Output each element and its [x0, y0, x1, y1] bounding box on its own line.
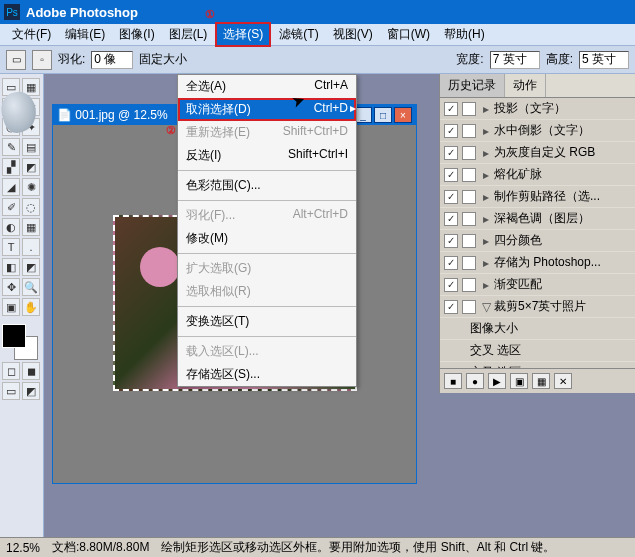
tab-history[interactable]: 历史记录	[440, 74, 505, 97]
history-row-3[interactable]: ✓▸熔化矿脉	[440, 164, 635, 186]
menu-7[interactable]: 窗口(W)	[381, 24, 436, 45]
history-row-2[interactable]: ✓▸为灰度自定义 RGB	[440, 142, 635, 164]
history-row-6[interactable]: ✓▸四分颜色	[440, 230, 635, 252]
history-row-10[interactable]: 图像大小	[440, 318, 635, 340]
toggle-icon[interactable]	[462, 146, 476, 160]
history-row-0[interactable]: ✓▸投影（文字）	[440, 98, 635, 120]
menu-1[interactable]: 编辑(E)	[59, 24, 111, 45]
mode-button[interactable]: ▫	[32, 50, 52, 70]
toggle-icon[interactable]	[462, 234, 476, 248]
menu-2[interactable]: 图像(I)	[113, 24, 160, 45]
menu-item-8[interactable]: 修改(M)	[178, 227, 356, 250]
check-icon[interactable]: ✓	[444, 190, 458, 204]
menu-item-3[interactable]: 反选(I)Shift+Ctrl+I	[178, 144, 356, 167]
check-icon[interactable]: ✓	[444, 300, 458, 314]
tool-l-8[interactable]: T	[2, 238, 20, 256]
toggle-icon[interactable]	[462, 190, 476, 204]
tool-l-5[interactable]: ◢	[2, 178, 20, 196]
tool-l-4[interactable]: ▞	[2, 158, 20, 176]
tool-r-6[interactable]: ◌	[22, 198, 40, 216]
menu-0[interactable]: 文件(F)	[6, 24, 57, 45]
check-icon[interactable]: ✓	[444, 234, 458, 248]
check-icon[interactable]: ✓	[444, 146, 458, 160]
tool-r-5[interactable]: ✺	[22, 178, 40, 196]
panel-btn-1[interactable]: ●	[466, 373, 484, 389]
panel-btn-4[interactable]: ▦	[532, 373, 550, 389]
tool-preset-button[interactable]: ▭	[6, 50, 26, 70]
menu-item-16[interactable]: 存储选区(S)...	[178, 363, 356, 386]
check-icon[interactable]: ✓	[444, 278, 458, 292]
tool-r-3[interactable]: ▤	[22, 138, 40, 156]
tool-b-2[interactable]: ▭	[2, 382, 20, 400]
feather-input[interactable]	[91, 51, 133, 69]
tool-l-6[interactable]: ✐	[2, 198, 20, 216]
history-label: 制作剪贴路径（选...	[494, 188, 600, 205]
tool-l-7[interactable]: ◐	[2, 218, 20, 236]
toggle-icon[interactable]	[462, 168, 476, 182]
check-icon[interactable]: ✓	[444, 256, 458, 270]
tool-r-9[interactable]: ◩	[22, 258, 40, 276]
expand-icon[interactable]: ▸	[480, 168, 492, 182]
history-row-7[interactable]: ✓▸存储为 Photoshop...	[440, 252, 635, 274]
expand-icon[interactable]: ▸	[480, 256, 492, 270]
toggle-icon[interactable]	[462, 278, 476, 292]
check-icon[interactable]: ✓	[444, 212, 458, 226]
tool-b-3[interactable]: ◩	[22, 382, 40, 400]
menu-item-15: 载入选区(L)...	[178, 340, 356, 363]
history-label: 裁剪5×7英寸照片	[494, 298, 586, 315]
tool-r-10[interactable]: 🔍	[22, 278, 40, 296]
check-icon[interactable]: ✓	[444, 168, 458, 182]
history-row-4[interactable]: ✓▸制作剪贴路径（选...	[440, 186, 635, 208]
menu-3[interactable]: 图层(L)	[163, 24, 214, 45]
expand-icon[interactable]: ▸	[480, 212, 492, 226]
tool-b-1[interactable]: ◼	[22, 362, 40, 380]
tab-actions[interactable]: 动作	[505, 74, 546, 97]
toggle-icon[interactable]	[462, 102, 476, 116]
history-row-5[interactable]: ✓▸深褐色调（图层）	[440, 208, 635, 230]
panel-btn-2[interactable]: ▶	[488, 373, 506, 389]
panel-btn-3[interactable]: ▣	[510, 373, 528, 389]
width-input[interactable]	[490, 51, 540, 69]
expand-icon[interactable]: ▸	[480, 102, 492, 116]
menu-8[interactable]: 帮助(H)	[438, 24, 491, 45]
panel-btn-5[interactable]: ✕	[554, 373, 572, 389]
menu-5[interactable]: 滤镜(T)	[273, 24, 324, 45]
tool-l-9[interactable]: ◧	[2, 258, 20, 276]
expand-icon[interactable]: ▸	[480, 190, 492, 204]
history-row-8[interactable]: ✓▸渐变匹配	[440, 274, 635, 296]
tool-r-11[interactable]: ✋	[22, 298, 40, 316]
toggle-icon[interactable]	[462, 212, 476, 226]
check-icon[interactable]: ✓	[444, 102, 458, 116]
toggle-icon[interactable]	[462, 256, 476, 270]
menu-item-1[interactable]: 取消选择(D)Ctrl+D▸	[178, 98, 356, 121]
color-swatches[interactable]	[2, 324, 38, 360]
check-icon[interactable]: ✓	[444, 124, 458, 138]
tool-r-4[interactable]: ◩	[22, 158, 40, 176]
menu-4[interactable]: 选择(S)①	[215, 22, 271, 47]
history-row-9[interactable]: ✓▽裁剪5×7英寸照片	[440, 296, 635, 318]
height-input[interactable]	[579, 51, 629, 69]
menu-item-13[interactable]: 变换选区(T)	[178, 310, 356, 333]
zoom-level[interactable]: 12.5%	[6, 541, 40, 555]
tool-r-8[interactable]: .	[22, 238, 40, 256]
tool-l-10[interactable]: ✥	[2, 278, 20, 296]
history-row-11[interactable]: 交叉 选区	[440, 340, 635, 362]
maximize-button[interactable]: □	[374, 107, 392, 123]
menu-6[interactable]: 视图(V)	[327, 24, 379, 45]
tool-l-11[interactable]: ▣	[2, 298, 20, 316]
tool-r-7[interactable]: ▦	[22, 218, 40, 236]
toggle-icon[interactable]	[462, 124, 476, 138]
expand-icon[interactable]: ▸	[480, 146, 492, 160]
close-button[interactable]: ×	[394, 107, 412, 123]
tool-b-0[interactable]: ◻	[2, 362, 20, 380]
expand-icon[interactable]: ▸	[480, 278, 492, 292]
expand-icon[interactable]: ▽	[480, 300, 492, 314]
toggle-icon[interactable]	[462, 300, 476, 314]
tool-l-3[interactable]: ✎	[2, 138, 20, 156]
menu-item-0[interactable]: 全选(A)Ctrl+A	[178, 75, 356, 98]
expand-icon[interactable]: ▸	[480, 234, 492, 248]
history-row-1[interactable]: ✓▸水中倒影（文字）	[440, 120, 635, 142]
menu-item-5[interactable]: 色彩范围(C)...	[178, 174, 356, 197]
expand-icon[interactable]: ▸	[480, 124, 492, 138]
panel-btn-0[interactable]: ■	[444, 373, 462, 389]
